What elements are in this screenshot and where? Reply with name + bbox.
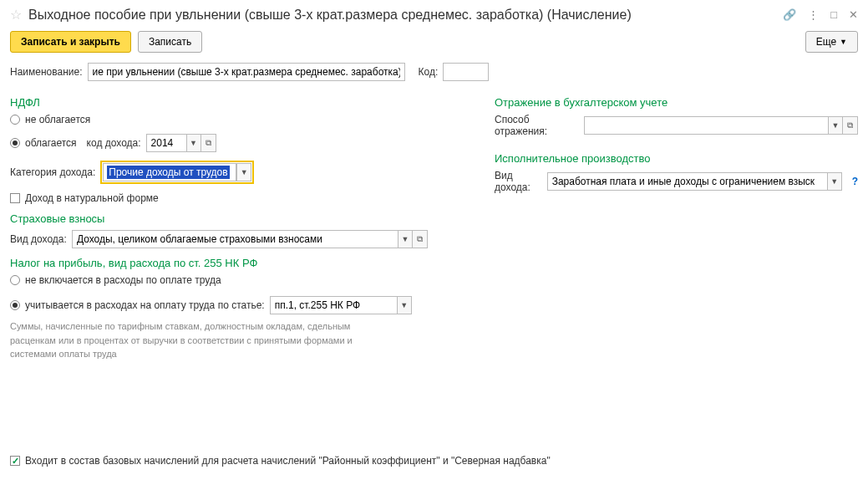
code-label: Код: [419,66,439,78]
insurance-type-label: Вид дохода: [10,233,67,245]
category-input[interactable]: Прочие доходы от трудов [103,163,236,181]
profit-helptext: Суммы, начисленные по тарифным ставкам, … [10,319,369,361]
chevron-down-icon: ▼ [840,38,847,46]
category-dropdown[interactable]: ▼ [236,163,251,181]
insurance-type-row: Вид дохода: ▼ ⧉ [10,230,461,248]
ndfl-no-tax-label: не облагается [25,114,90,125]
window: ☆ Выходное пособие при увльнении (свыше … [0,0,868,480]
enforcement-type-input[interactable] [547,172,827,191]
accounting-method-row: Способ отражения: ▼ ⧉ [495,114,858,137]
base-accrual-checkbox[interactable] [10,456,20,466]
accounting-method-input[interactable] [584,116,828,135]
insurance-type-dropdown[interactable]: ▼ [398,230,413,248]
profit-article-dropdown[interactable]: ▼ [397,296,412,314]
right-column: Отражение в бухгалтерском учете Способ о… [495,88,858,361]
insurance-type-combo: ▼ ⧉ [72,230,428,248]
base-accrual-label: Входит в состав базовых начислений для р… [25,455,551,467]
ndfl-no-tax-row[interactable]: не облагается [10,114,461,125]
ndfl-tax-label: облагается [25,137,77,149]
enforcement-type-row: Вид дохода: ▼ ? [495,170,858,193]
natural-form-checkbox[interactable] [10,193,20,203]
profit-included-row[interactable]: учитывается в расходах на оплату труда п… [10,296,461,314]
enforcement-section-title: Исполнительное производство [495,152,858,165]
enforcement-type-dropdown[interactable]: ▼ [827,172,842,191]
ndfl-tax-row[interactable]: облагается код дохода: ▼ ⧉ [10,134,461,152]
name-input[interactable] [88,63,405,81]
accounting-method-label: Способ отражения: [495,114,579,137]
link-icon[interactable]: 🔗 [783,8,796,21]
income-code-open[interactable]: ⧉ [201,134,216,152]
maximize-icon[interactable]: □ [830,8,837,21]
radio-excluded[interactable] [10,275,20,285]
name-label: Наименование: [10,66,83,78]
main-columns: НДФЛ не облагается облагается код дохода… [10,88,858,361]
category-row: Категория дохода: Прочие доходы от трудо… [10,161,461,184]
close-icon[interactable]: ✕ [849,8,858,21]
insurance-type-open[interactable]: ⧉ [413,230,428,248]
accounting-method-combo: ▼ ⧉ [584,116,858,135]
titlebar-controls: 🔗 ⋮ □ ✕ [783,8,858,21]
profit-included-label: учитывается в расходах на оплату труда п… [25,299,265,311]
profit-article-combo: ▼ [270,296,412,314]
natural-form-row[interactable]: Доход в натуральной форме [10,192,461,204]
enforcement-type-label: Вид дохода: [495,170,542,193]
profit-article-input[interactable] [270,296,397,314]
radio-no-tax[interactable] [10,115,20,125]
toolbar: Записать и закрыть Записать Еще ▼ [10,31,858,53]
accounting-method-dropdown[interactable]: ▼ [828,116,843,135]
help-icon[interactable]: ? [852,176,858,187]
code-input[interactable] [443,63,489,81]
left-column: НДФЛ не облагается облагается код дохода… [10,88,461,361]
category-label: Категория дохода: [10,166,95,178]
menu-dots-icon[interactable]: ⋮ [808,8,819,21]
save-close-button[interactable]: Записать и закрыть [10,31,131,53]
natural-form-label: Доход в натуральной форме [25,192,159,204]
profit-excluded-row[interactable]: не включается в расходы по оплате труда [10,274,461,286]
income-code-input[interactable] [146,134,186,152]
insurance-section-title: Страховые взносы [10,212,461,225]
radio-included[interactable] [10,300,20,310]
income-code-label: код дохода: [87,137,141,149]
save-button[interactable]: Записать [138,31,202,53]
insurance-type-input[interactable] [72,230,398,248]
footer-row[interactable]: Входит в состав базовых начислений для р… [10,455,551,467]
name-row: Наименование: Код: [10,63,858,81]
ndfl-section-title: НДФЛ [10,96,461,109]
category-combo: Прочие доходы от трудов ▼ [100,161,254,184]
favorite-star-icon[interactable]: ☆ [10,7,22,23]
income-code-combo: ▼ ⧉ [146,134,216,152]
profit-excluded-label: не включается в расходы по оплате труда [25,274,221,286]
income-code-dropdown[interactable]: ▼ [186,134,201,152]
window-title: Выходное пособие при увльнении (свыше 3-… [28,8,776,23]
radio-tax[interactable] [10,138,20,148]
accounting-method-open[interactable]: ⧉ [843,116,858,135]
profit-tax-section-title: Налог на прибыль, вид расхода по ст. 255… [10,257,461,269]
accounting-section-title: Отражение в бухгалтерском учете [495,96,858,109]
enforcement-type-combo: ▼ [547,172,842,191]
more-label: Еще [816,36,836,48]
titlebar: ☆ Выходное пособие при увльнении (свыше … [10,7,858,23]
more-button[interactable]: Еще ▼ [805,31,858,53]
category-value: Прочие доходы от трудов [107,166,229,179]
